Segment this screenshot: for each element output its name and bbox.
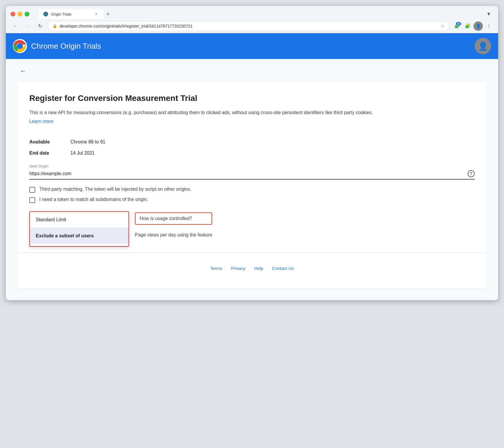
web-origin-group: Web Origin ?: [29, 164, 475, 180]
svg-point-2: [18, 44, 22, 48]
extensions-button[interactable]: 🧩 32: [452, 21, 462, 31]
reload-button[interactable]: ↻: [35, 21, 45, 31]
dropdown-item-exclude[interactable]: Exclude a subset of users: [30, 228, 128, 244]
footer: Terms Privacy Help Contact Us: [29, 260, 475, 277]
site-header: Chrome Origin Trials 👤: [6, 33, 498, 59]
chrome-settings-button[interactable]: ⋮: [484, 21, 493, 31]
title-bar: 🌐 Origin Trials × + ▼: [6, 6, 498, 19]
end-date-label: End date: [29, 151, 70, 156]
third-party-checkbox[interactable]: [29, 187, 35, 193]
help-icon-button[interactable]: ?: [468, 170, 475, 177]
address-text: developer.chrome.com/origintrials/#/regi…: [60, 24, 438, 28]
forward-button[interactable]: →: [23, 21, 32, 31]
usage-dropdown[interactable]: Standard Limit Exclude a subset of users: [29, 211, 129, 247]
tab-bar: 🌐 Origin Trials × +: [39, 9, 481, 19]
maximize-button[interactable]: [25, 12, 29, 16]
subdomain-checkbox[interactable]: [29, 197, 35, 203]
tab-close-button[interactable]: ×: [94, 12, 99, 16]
checkbox-2-label: I need a token to match all subdomains o…: [39, 197, 148, 202]
lock-icon: 🔒: [53, 24, 57, 28]
checkboxes-group: Third-party matching. The token will be …: [29, 187, 475, 203]
web-origin-input-row: ?: [29, 170, 475, 180]
page-content: ← Register for Conversion Measurement Tr…: [6, 59, 498, 300]
close-button[interactable]: [11, 12, 15, 16]
badge-count: 32: [456, 22, 461, 26]
checkbox-1-label: Third-party matching. The token will be …: [39, 187, 191, 192]
main-card: Register for Conversion Measurement Tria…: [18, 82, 486, 288]
chrome-logo-icon: [13, 39, 27, 53]
tab-title: Origin Trials: [51, 12, 71, 16]
learn-more-link[interactable]: Learn more: [29, 119, 53, 124]
browser-window: 🌐 Origin Trials × + ▼ ← → ↻ 🔒 developer.…: [6, 6, 498, 300]
end-date-value: 14 Jul 2021: [70, 151, 475, 156]
page-back-button[interactable]: ←: [18, 65, 29, 77]
available-label: Available: [29, 139, 70, 145]
usage-right-panel: How is usage controlled? Page views per …: [135, 211, 212, 241]
card-divider: [18, 253, 486, 253]
chrome-menu-button[interactable]: ▼: [484, 9, 493, 19]
active-tab[interactable]: 🌐 Origin Trials ×: [39, 9, 103, 19]
address-bar[interactable]: 🔒 developer.chrome.com/origintrials/#/re…: [48, 21, 449, 31]
minimize-button[interactable]: [18, 12, 22, 16]
card-title: Register for Conversion Measurement Tria…: [29, 94, 475, 103]
toolbar-right: 🧩 32 🧩 👤 ⋮: [452, 21, 493, 31]
user-avatar[interactable]: 👤: [475, 38, 491, 54]
web-origin-input[interactable]: [29, 171, 468, 176]
site-header-left: Chrome Origin Trials: [13, 39, 101, 53]
usage-control-label: How is usage controlled?: [140, 216, 192, 221]
tab-favicon: 🌐: [43, 12, 48, 16]
site-title: Chrome Origin Trials: [31, 42, 101, 51]
traffic-lights: [11, 12, 29, 16]
checkbox-row-2: I need a token to match all subdomains o…: [29, 197, 475, 203]
checkbox-row-1: Third-party matching. The token will be …: [29, 187, 475, 193]
new-tab-button[interactable]: +: [103, 9, 113, 19]
puzzle-icon[interactable]: 🧩: [463, 21, 472, 31]
info-grid: Available Chrome 86 to 91 End date 14 Ju…: [29, 139, 475, 156]
available-value: Chrome 86 to 91: [70, 139, 475, 145]
footer-privacy-link[interactable]: Privacy: [231, 266, 245, 271]
page-views-label: Page views per day using the feature: [135, 232, 212, 237]
footer-contact-link[interactable]: Contact Us: [272, 266, 294, 271]
footer-terms-link[interactable]: Terms: [210, 266, 222, 271]
browser-controls-bar: ← → ↻ 🔒 developer.chrome.com/origintrial…: [6, 19, 498, 33]
card-description: This is a new API for measuring conversi…: [29, 109, 475, 116]
profile-avatar[interactable]: 👤: [473, 21, 483, 31]
back-button[interactable]: ←: [11, 21, 20, 31]
web-origin-label: Web Origin: [29, 164, 475, 168]
usage-control-section: Standard Limit Exclude a subset of users…: [29, 211, 475, 247]
dropdown-item-standard[interactable]: Standard Limit: [30, 212, 128, 228]
bookmark-star-icon[interactable]: ☆: [440, 23, 444, 29]
footer-help-link[interactable]: Help: [254, 266, 263, 271]
